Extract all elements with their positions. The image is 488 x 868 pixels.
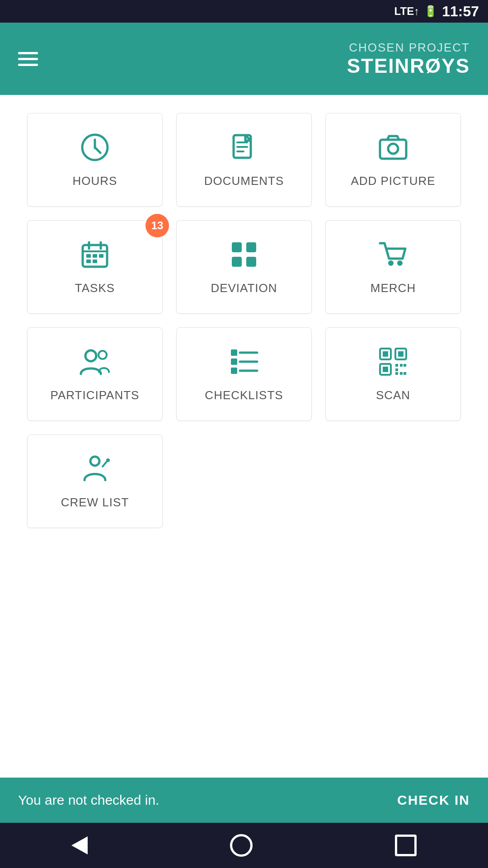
svg-line-2 [95,147,100,153]
deviation-card[interactable]: DEVIATION [176,220,312,314]
svg-point-24 [85,350,96,361]
cart-icon [377,239,409,272]
svg-rect-13 [86,254,91,258]
nav-recents-button[interactable] [395,835,417,856]
participants-label: PARTICIPANTS [51,388,140,402]
svg-rect-39 [400,364,403,367]
grid-row-4: CREW LIST [27,434,461,528]
svg-rect-19 [246,242,256,252]
add-picture-card[interactable]: ADD PICTURE [325,113,461,207]
nav-home-button[interactable] [230,834,253,857]
svg-rect-37 [383,367,388,372]
svg-rect-15 [99,254,103,258]
svg-rect-7 [380,140,406,159]
documents-label: DOCUMENTS [204,174,284,188]
svg-point-46 [90,457,99,466]
add-picture-label: ADD PICTURE [351,174,435,188]
document-icon [228,132,260,165]
svg-rect-16 [86,259,91,263]
calendar-icon [79,239,111,272]
crew-icon [79,453,111,486]
nav-back-button[interactable] [71,836,88,854]
documents-card[interactable]: DOCUMENTS [176,113,312,207]
clock-icon [79,132,111,165]
people-icon [79,346,111,379]
nav-bar [0,823,488,868]
crew-list-card[interactable]: CREW LIST [27,434,163,528]
hours-card[interactable]: HOURS [27,113,163,207]
time-display: 11:57 [442,3,479,20]
svg-rect-42 [400,372,403,375]
svg-rect-21 [246,257,256,267]
svg-point-8 [388,144,398,154]
grid-row-2: 13 TASKS [27,220,461,314]
four-dots-icon [228,239,260,272]
check-in-status-text: You are not checked in. [18,793,159,808]
svg-rect-28 [231,359,237,365]
svg-point-47 [106,458,110,462]
qr-icon [377,346,409,379]
grid-row-1: HOURS DOCUMENTS [27,113,461,207]
status-icons: LTE↑ 🔋 11:57 [394,3,479,20]
project-name: STEINRØYS [347,55,470,77]
project-info: CHOSEN PROJECT STEINRØYS [347,41,470,77]
svg-rect-35 [398,351,404,357]
svg-rect-41 [395,368,398,371]
merch-card[interactable]: MERCH [325,220,461,314]
checklist-icon [228,346,260,379]
svg-rect-18 [232,242,242,252]
grid-row-3: PARTICIPANTS CHECKLISTS [27,327,461,421]
tasks-label: TASKS [75,281,115,295]
participants-card[interactable]: PARTICIPANTS [27,327,163,421]
merch-label: MERCH [371,281,416,295]
svg-rect-30 [231,368,237,374]
check-in-bar: You are not checked in. CHECK IN [0,778,488,823]
svg-rect-38 [395,364,398,367]
battery-icon: 🔋 [424,5,437,18]
svg-point-23 [397,260,403,266]
svg-point-22 [388,260,394,266]
tasks-card[interactable]: 13 TASKS [27,220,163,314]
svg-rect-45 [404,372,406,375]
svg-rect-17 [93,259,97,263]
svg-rect-20 [232,257,242,267]
svg-rect-33 [383,351,388,357]
deviation-label: DEVIATION [211,281,277,295]
svg-rect-44 [395,372,398,375]
checklists-card[interactable]: CHECKLISTS [176,327,312,421]
svg-point-25 [99,351,107,359]
svg-rect-14 [93,254,97,258]
svg-rect-40 [404,364,406,367]
lte-icon: LTE↑ [394,5,420,18]
check-in-button[interactable]: CHECK IN [397,793,470,808]
menu-button[interactable] [18,52,38,66]
scan-label: SCAN [376,388,410,402]
app-header: CHOSEN PROJECT STEINRØYS [0,23,488,95]
crew-list-label: CREW LIST [61,495,129,509]
tasks-badge: 13 [145,214,169,237]
svg-rect-26 [231,349,237,356]
content-spacer [0,662,488,778]
chosen-project-label: CHOSEN PROJECT [347,41,470,55]
camera-icon [377,132,409,165]
status-bar: LTE↑ 🔋 11:57 [0,0,488,23]
hours-label: HOURS [73,174,117,188]
scan-card[interactable]: SCAN [325,327,461,421]
main-content: HOURS DOCUMENTS [0,95,488,662]
checklists-label: CHECKLISTS [205,388,283,402]
